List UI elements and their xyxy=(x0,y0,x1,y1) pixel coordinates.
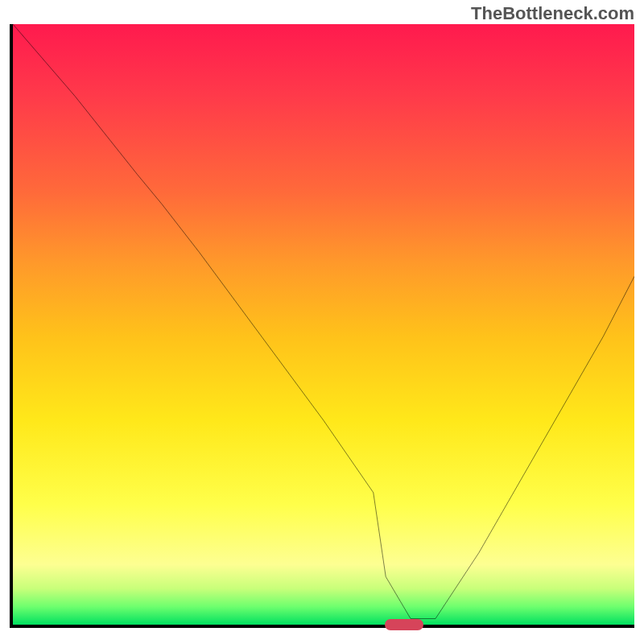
chart-curve-svg xyxy=(13,24,634,625)
watermark-label: TheBottleneck.com xyxy=(471,3,634,24)
bottleneck-curve-path xyxy=(13,24,634,619)
chart-plot-area xyxy=(10,24,634,628)
bottleneck-marker xyxy=(385,619,423,630)
